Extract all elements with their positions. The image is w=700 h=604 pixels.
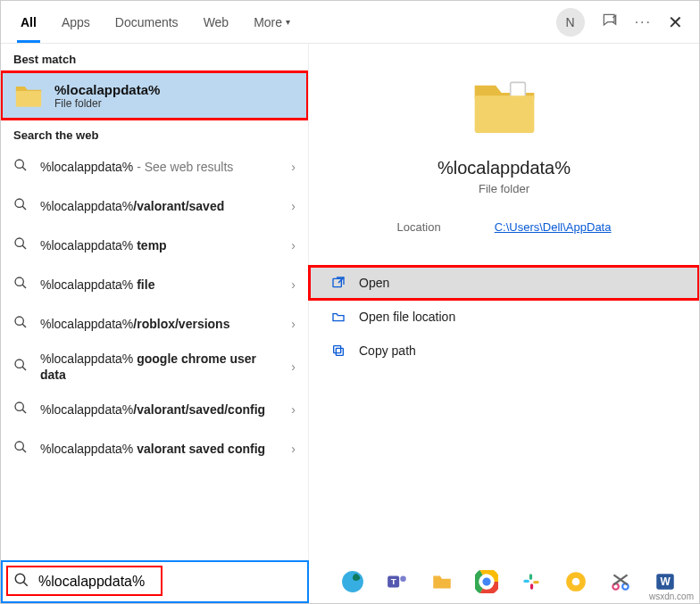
actions-list: Open Open file location Copy path <box>309 266 699 368</box>
web-result-label: %localappdata%/roblox/versions <box>40 316 280 332</box>
tab-documents[interactable]: Documents <box>103 1 191 43</box>
main-area: Best match %localappdata% File folder Se… <box>1 44 699 560</box>
web-result-label: %localappdata% temp <box>40 237 280 253</box>
action-copy-path[interactable]: Copy path <box>309 334 699 368</box>
section-best-match: Best match <box>1 44 308 71</box>
svg-point-4 <box>15 238 23 246</box>
teams-icon[interactable]: T <box>384 568 411 595</box>
snip-icon[interactable] <box>607 568 634 595</box>
copy-icon <box>330 343 346 359</box>
user-avatar[interactable]: N <box>556 8 585 37</box>
search-icon <box>13 197 29 215</box>
edge-icon[interactable] <box>339 568 366 595</box>
web-results-list: %localappdata% - See web results›%locala… <box>1 147 308 468</box>
best-match-title: %localappdata% <box>54 82 160 97</box>
more-options-icon[interactable]: ··· <box>635 14 652 30</box>
web-result-item[interactable]: %localappdata%/valorant/saved/config› <box>1 390 308 429</box>
location-link[interactable]: C:\Users\Dell\AppData <box>495 220 612 234</box>
search-icon <box>13 572 29 592</box>
detail-title: %localappdata% <box>330 158 678 178</box>
svg-line-1 <box>22 167 26 170</box>
action-copy-path-label: Copy path <box>359 343 416 358</box>
tab-more-label: More <box>254 15 282 29</box>
top-actions: N ··· ✕ <box>556 8 692 37</box>
chrome-icon[interactable] <box>473 568 500 595</box>
svg-point-38 <box>612 583 619 590</box>
watermark: wsxdn.com <box>649 592 694 601</box>
web-result-item[interactable]: %localappdata% google chrome user data› <box>1 343 308 390</box>
feedback-icon[interactable] <box>601 12 619 33</box>
tab-all[interactable]: All <box>8 1 49 43</box>
tab-more[interactable]: More ▾ <box>241 1 303 43</box>
svg-line-13 <box>22 410 26 413</box>
svg-point-14 <box>15 442 23 450</box>
best-match-item[interactable]: %localappdata% File folder <box>1 71 308 120</box>
tab-web[interactable]: Web <box>191 1 242 43</box>
action-open-label: Open <box>359 276 389 290</box>
svg-line-3 <box>22 206 26 210</box>
svg-point-10 <box>15 360 23 368</box>
folder-icon <box>13 80 44 111</box>
filter-tabs: All Apps Documents Web More ▾ <box>8 1 556 43</box>
action-open-location[interactable]: Open file location <box>309 300 699 334</box>
web-result-item[interactable]: %localappdata% file› <box>1 265 308 304</box>
chrome-canary-icon[interactable] <box>562 568 589 595</box>
svg-line-7 <box>22 285 26 288</box>
svg-rect-18 <box>336 348 343 355</box>
svg-text:T: T <box>390 576 396 586</box>
svg-rect-32 <box>523 580 529 583</box>
taskbar: T W <box>1 560 699 603</box>
search-icon <box>13 158 29 176</box>
search-input[interactable] <box>38 574 296 590</box>
search-icon <box>13 276 29 294</box>
chevron-right-icon[interactable]: › <box>291 317 296 331</box>
chevron-right-icon[interactable]: › <box>291 238 296 252</box>
detail-subtitle: File folder <box>330 182 678 195</box>
results-panel: Best match %localappdata% File folder Se… <box>1 44 309 560</box>
svg-rect-19 <box>334 346 341 353</box>
action-open-location-label: Open file location <box>359 310 455 324</box>
chevron-right-icon[interactable]: › <box>291 277 296 292</box>
search-icon <box>13 236 29 254</box>
search-icon <box>13 401 29 418</box>
svg-point-6 <box>15 277 23 285</box>
svg-line-21 <box>23 582 28 586</box>
web-result-item[interactable]: %localappdata% valorant saved config› <box>1 429 308 468</box>
svg-point-25 <box>400 576 406 583</box>
slack-icon[interactable] <box>518 568 545 595</box>
svg-line-5 <box>22 245 26 249</box>
svg-text:W: W <box>660 575 671 588</box>
search-box[interactable] <box>1 560 309 603</box>
svg-rect-34 <box>533 581 539 583</box>
web-result-label: %localappdata%/valorant/saved <box>40 198 280 214</box>
svg-point-12 <box>15 402 23 410</box>
web-result-label: %localappdata% valorant saved config <box>40 441 280 457</box>
web-result-label: %localappdata% - See web results <box>40 159 280 175</box>
best-match-text: %localappdata% File folder <box>54 82 160 110</box>
web-result-label: %localappdata% file <box>40 277 280 293</box>
svg-point-39 <box>622 583 629 590</box>
search-icon <box>13 440 29 458</box>
chevron-right-icon[interactable]: › <box>291 442 296 456</box>
search-icon <box>13 315 29 333</box>
chevron-right-icon[interactable]: › <box>291 402 296 417</box>
web-result-item[interactable]: %localappdata% - See web results› <box>1 147 308 186</box>
svg-point-20 <box>15 574 25 583</box>
svg-line-15 <box>22 449 26 452</box>
tab-apps[interactable]: Apps <box>49 1 103 43</box>
svg-point-2 <box>15 199 23 207</box>
web-result-item[interactable]: %localappdata% temp› <box>1 226 308 265</box>
web-result-label: %localappdata%/valorant/saved/config <box>40 401 280 418</box>
chevron-right-icon[interactable]: › <box>291 360 296 374</box>
folder-icon-large <box>469 70 540 142</box>
chevron-right-icon[interactable]: › <box>291 160 296 174</box>
chevron-right-icon[interactable]: › <box>291 199 296 213</box>
svg-point-0 <box>15 160 23 168</box>
best-match-subtitle: File folder <box>54 97 160 110</box>
chevron-down-icon: ▾ <box>286 17 290 27</box>
web-result-item[interactable]: %localappdata%/roblox/versions› <box>1 304 308 343</box>
web-result-item[interactable]: %localappdata%/valorant/saved› <box>1 186 308 226</box>
close-icon[interactable]: ✕ <box>668 12 683 33</box>
action-open[interactable]: Open <box>309 266 699 300</box>
file-explorer-icon[interactable] <box>429 568 455 595</box>
